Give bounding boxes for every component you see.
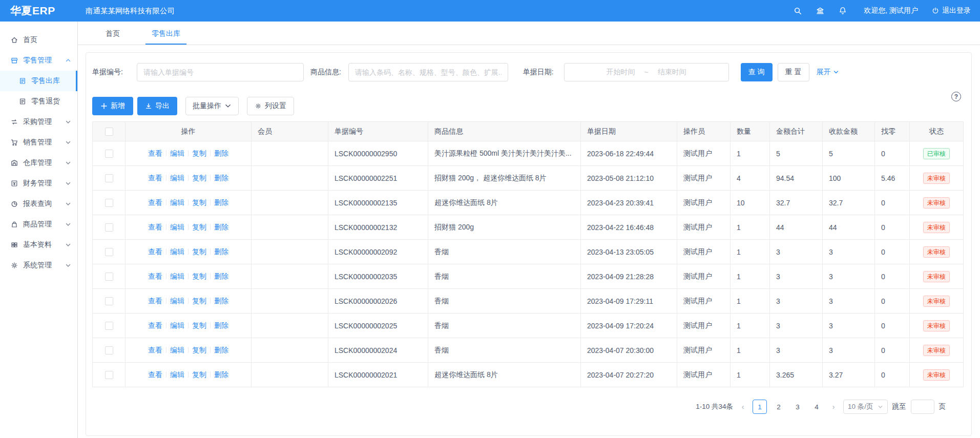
date-range-input[interactable]: 开始时间 ~ 结束时间 <box>564 63 729 81</box>
view-link[interactable]: 查看 <box>148 297 162 305</box>
edit-link[interactable]: 编辑 <box>170 247 184 256</box>
page-button-4[interactable]: 4 <box>809 400 824 414</box>
view-link[interactable]: 查看 <box>148 247 162 256</box>
edit-link[interactable]: 编辑 <box>170 174 184 182</box>
batch-actions-button[interactable]: 批量操作 <box>185 97 239 115</box>
status-badge: 未审核 <box>923 271 950 282</box>
view-link[interactable]: 查看 <box>148 346 162 354</box>
help-icon[interactable]: ? <box>951 92 961 101</box>
notification-bell-icon[interactable] <box>838 6 847 15</box>
copy-link[interactable]: 复制 <box>192 321 206 329</box>
app-logo[interactable]: 华夏ERP <box>0 4 78 18</box>
copy-link[interactable]: 复制 <box>192 174 206 182</box>
sidebar-item-basic[interactable]: 基本资料 <box>0 235 77 255</box>
view-link[interactable]: 查看 <box>148 272 162 280</box>
cart-icon <box>10 138 18 147</box>
copy-link[interactable]: 复制 <box>192 272 206 280</box>
row-checkbox[interactable] <box>105 297 113 305</box>
sidebar-item-home[interactable]: 首页 <box>0 30 77 50</box>
sidebar-item-warehouse[interactable]: 仓库管理 <box>0 153 77 173</box>
row-checkbox[interactable] <box>105 199 113 207</box>
view-link[interactable]: 查看 <box>148 149 162 157</box>
column-settings-button[interactable]: 列设置 <box>247 97 294 115</box>
page-button-1[interactable]: 1 <box>753 400 767 414</box>
product-cell: 超迷你维达面纸 8片 <box>428 363 581 387</box>
delete-link[interactable]: 删除 <box>214 198 228 206</box>
reset-button[interactable]: 重 置 <box>778 63 809 81</box>
chevron-down-icon <box>65 262 71 268</box>
copy-link[interactable]: 复制 <box>192 346 206 354</box>
sidebar-item-report[interactable]: 报表查询 <box>0 194 77 214</box>
page-button-2[interactable]: 2 <box>772 400 786 414</box>
page-size-select[interactable]: 10 条/页 <box>843 400 888 414</box>
row-checkbox[interactable] <box>105 322 113 330</box>
jump-page-input[interactable] <box>911 400 934 414</box>
add-button[interactable]: 新增 <box>92 97 133 115</box>
copy-link[interactable]: 复制 <box>192 149 206 157</box>
product-cell: 美汁源果粒橙 500ml 美汁美汁美汁美汁美... <box>428 141 581 166</box>
edit-link[interactable]: 编辑 <box>170 346 184 354</box>
delete-link[interactable]: 删除 <box>214 321 228 329</box>
chevron-down-icon <box>65 221 71 227</box>
page-button-3[interactable]: 3 <box>790 400 805 414</box>
gear-icon <box>10 261 18 269</box>
delete-link[interactable]: 删除 <box>214 149 228 157</box>
delete-link[interactable]: 删除 <box>214 247 228 256</box>
delete-link[interactable]: 删除 <box>214 174 228 182</box>
sidebar-item-sales[interactable]: 销售管理 <box>0 132 77 153</box>
copy-link[interactable]: 复制 <box>192 247 206 256</box>
row-checkbox[interactable] <box>105 174 113 182</box>
tab-home[interactable]: 首页 <box>99 24 126 45</box>
sidebar-item-retail[interactable]: 零售管理 <box>0 50 77 71</box>
delete-link[interactable]: 删除 <box>214 370 228 379</box>
row-checkbox[interactable] <box>105 150 113 158</box>
row-checkbox[interactable] <box>105 248 113 256</box>
delete-link[interactable]: 删除 <box>214 297 228 305</box>
export-button[interactable]: 导出 <box>137 97 177 115</box>
row-checkbox[interactable] <box>105 223 113 232</box>
row-checkbox[interactable] <box>105 273 113 281</box>
copy-link[interactable]: 复制 <box>192 223 206 231</box>
search-button[interactable]: 查 询 <box>741 63 773 81</box>
delete-link[interactable]: 删除 <box>214 223 228 231</box>
edit-link[interactable]: 编辑 <box>170 321 184 329</box>
search-icon[interactable] <box>793 6 802 15</box>
sidebar-item-system[interactable]: 系统管理 <box>0 255 77 276</box>
copy-link[interactable]: 复制 <box>192 297 206 305</box>
next-page-icon[interactable]: › <box>828 403 839 411</box>
page-size-value: 10 条/页 <box>848 402 873 411</box>
view-link[interactable]: 查看 <box>148 223 162 231</box>
row-checkbox[interactable] <box>105 371 113 379</box>
expand-link[interactable]: 展开 <box>817 68 839 77</box>
copy-link[interactable]: 复制 <box>192 370 206 379</box>
edit-link[interactable]: 编辑 <box>170 297 184 305</box>
top-bar-right: 欢迎您, 测试用户 退出登录 <box>793 6 980 15</box>
view-link[interactable]: 查看 <box>148 174 162 182</box>
delete-link[interactable]: 删除 <box>214 272 228 280</box>
product-info-input[interactable] <box>348 63 508 81</box>
sidebar-item-retail-return[interactable]: 零售退货 <box>0 91 77 112</box>
edit-link[interactable]: 编辑 <box>170 149 184 157</box>
prev-page-icon[interactable]: ‹ <box>738 403 748 411</box>
view-link[interactable]: 查看 <box>148 198 162 206</box>
edit-link[interactable]: 编辑 <box>170 198 184 206</box>
row-checkbox[interactable] <box>105 346 113 354</box>
sidebar-item-finance[interactable]: 财务管理 <box>0 173 77 194</box>
copy-link[interactable]: 复制 <box>192 198 206 206</box>
delete-link[interactable]: 删除 <box>214 346 228 354</box>
logout-button[interactable]: 退出登录 <box>931 6 971 15</box>
sidebar-item-goods[interactable]: 商品管理 <box>0 214 77 235</box>
select-all-checkbox[interactable] <box>105 128 113 136</box>
sidebar-item-retail-outbound[interactable]: 零售出库 <box>0 71 77 91</box>
edit-link[interactable]: 编辑 <box>170 272 184 280</box>
view-link[interactable]: 查看 <box>148 321 162 329</box>
change-cell: 0 <box>875 215 910 240</box>
bill-no-input[interactable] <box>137 63 304 81</box>
bill-no-cell: LSCK00000002132 <box>328 215 428 240</box>
edit-link[interactable]: 编辑 <box>170 370 184 379</box>
view-link[interactable]: 查看 <box>148 370 162 379</box>
tab-retail-outbound[interactable]: 零售出库 <box>145 24 186 45</box>
sidebar-item-purchase[interactable]: 采购管理 <box>0 112 77 132</box>
platform-icon[interactable] <box>816 6 825 15</box>
edit-link[interactable]: 编辑 <box>170 223 184 231</box>
